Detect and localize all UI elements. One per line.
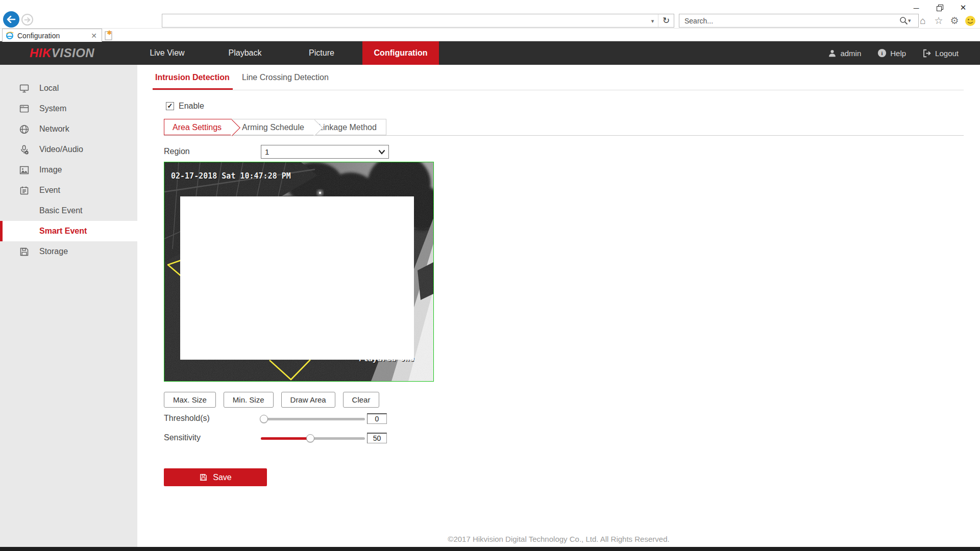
chrome-divider: [0, 28, 980, 29]
sidebar-label: Network: [39, 124, 69, 134]
forward-arrow-icon: [24, 17, 31, 22]
user-icon: [828, 49, 837, 58]
address-dropdown-caret[interactable]: ▾: [647, 14, 658, 27]
back-button[interactable]: [3, 11, 19, 28]
sidebar-label: Video/Audio: [39, 145, 83, 154]
address-input[interactable]: [162, 17, 647, 25]
tab-line-crossing-detection[interactable]: Line Crossing Detection: [242, 73, 329, 82]
min-size-button[interactable]: Min. Size: [224, 392, 274, 408]
hikvision-logo: HIKVISION: [30, 46, 94, 60]
sidebar-item-event[interactable]: Event: [0, 180, 137, 201]
sidebar-label: Image: [39, 165, 62, 174]
save-button[interactable]: Save: [164, 468, 267, 486]
svg-text:i: i: [881, 50, 883, 56]
sidebar: Local System Network Video/Audio Image E…: [0, 65, 137, 547]
close-button[interactable]: ✕: [951, 1, 975, 14]
sensitivity-slider-handle[interactable]: [306, 434, 314, 442]
header-user-area: admin i Help Logout: [828, 41, 959, 65]
bottom-strip: [0, 547, 980, 551]
nav-picture[interactable]: Picture: [288, 41, 355, 65]
search-icon[interactable]: [899, 16, 908, 25]
enable-label: Enable: [179, 102, 204, 111]
forward-button[interactable]: [21, 14, 33, 26]
new-tab-icon: ✱: [104, 30, 113, 41]
main-content: Intrusion Detection Line Crossing Detect…: [137, 65, 980, 547]
settings-gear-icon[interactable]: ⚙: [949, 15, 960, 27]
window-controls: ─ ✕: [904, 1, 975, 14]
tabs-divider: [153, 90, 964, 90]
microphone-icon: [19, 144, 30, 155]
sidebar-label: Smart Event: [39, 227, 87, 236]
refresh-icon[interactable]: ↻: [658, 14, 674, 28]
threshold-slider-handle[interactable]: [260, 415, 268, 423]
favorites-star-icon[interactable]: ☆: [933, 15, 944, 27]
area-buttons-row: Max. Size Min. Size Draw Area Clear: [164, 392, 379, 408]
chevron-down-icon: [378, 149, 385, 155]
app-header: HIKVISION Live View Playback Picture Con…: [0, 41, 980, 65]
restore-button[interactable]: [928, 1, 951, 14]
search-dropdown-caret[interactable]: ▾: [908, 17, 918, 24]
step-tab-area-settings[interactable]: Area Settings: [164, 119, 232, 135]
privacy-mask-rectangle: [180, 196, 414, 360]
home-icon[interactable]: ⌂: [917, 15, 928, 27]
tab-close-icon[interactable]: ✕: [89, 32, 99, 40]
copyright-footer: ©2017 Hikvision Digital Technology Co., …: [137, 535, 980, 543]
nav-playback[interactable]: Playback: [209, 41, 281, 65]
sidebar-item-smart-event[interactable]: Smart Event: [0, 221, 137, 241]
browser-tab-configuration[interactable]: Configuration ✕: [2, 29, 102, 42]
logo-hik: HIK: [30, 46, 52, 60]
address-bar: ▾ ↻: [162, 14, 674, 28]
sidebar-item-system[interactable]: System: [0, 98, 137, 119]
sidebar-label: Storage: [39, 247, 68, 256]
timestamp-osd: 02-17-2018 Sat 10:47:28 PM: [171, 171, 291, 181]
feedback-smiley-icon[interactable]: [965, 15, 976, 27]
sensitivity-slider-fill: [261, 437, 310, 440]
help-label: Help: [890, 49, 906, 58]
region-select[interactable]: 1: [261, 145, 389, 159]
search-input[interactable]: [679, 17, 899, 25]
sensitivity-slider-track[interactable]: [261, 437, 365, 440]
window-icon: [19, 104, 30, 114]
sidebar-item-local[interactable]: Local: [0, 78, 137, 98]
draw-area-button[interactable]: Draw Area: [281, 392, 335, 408]
nav-configuration[interactable]: Configuration: [362, 41, 439, 65]
search-box: ▾: [679, 14, 919, 28]
sensitivity-value-input[interactable]: 50: [367, 433, 387, 443]
browser-chrome: ─ ✕ ▾ ↻ ▾ ⌂ ☆ ⚙: [0, 0, 980, 41]
globe-icon: [19, 124, 30, 135]
sidebar-item-basic-event[interactable]: Basic Event: [0, 201, 137, 221]
nav-live-view[interactable]: Live View: [133, 41, 202, 65]
monitor-icon: [19, 83, 30, 94]
save-floppy-icon: [199, 473, 208, 482]
sidebar-item-image[interactable]: Image: [0, 160, 137, 180]
clear-button[interactable]: Clear: [343, 392, 380, 408]
logout-button[interactable]: Logout: [922, 49, 959, 58]
active-tab-underline: [153, 88, 233, 90]
chrome-action-icons: ⌂ ☆ ⚙: [917, 15, 976, 27]
info-icon: i: [877, 48, 887, 58]
enable-checkbox[interactable]: ✓: [166, 102, 174, 110]
sidebar-item-storage[interactable]: Storage: [0, 241, 137, 262]
svg-text:✱: ✱: [107, 30, 111, 36]
new-tab-button[interactable]: ✱: [104, 30, 114, 41]
help-button[interactable]: i Help: [877, 48, 906, 58]
video-preview[interactable]: Playarea One 02-17-2018 Sat 10:47:28 PM: [164, 162, 434, 382]
threshold-value-input[interactable]: 0: [367, 413, 387, 424]
tab-title: Configuration: [17, 32, 89, 40]
tab-intrusion-detection[interactable]: Intrusion Detection: [155, 73, 230, 82]
minimize-button[interactable]: ─: [904, 1, 928, 14]
notepad-icon: [19, 185, 30, 196]
sidebar-label: Local: [39, 84, 59, 93]
floppy-icon: [19, 246, 30, 257]
max-size-button[interactable]: Max. Size: [164, 392, 216, 408]
logo-vision: VISION: [52, 46, 94, 60]
threshold-slider-track[interactable]: [261, 418, 365, 420]
back-arrow-icon: [7, 16, 16, 23]
user-menu[interactable]: admin: [828, 49, 861, 58]
sensitivity-label: Sensitivity: [164, 433, 201, 442]
sidebar-item-video-audio[interactable]: Video/Audio: [0, 139, 137, 160]
enable-row: ✓ Enable: [166, 102, 204, 111]
sidebar-item-network[interactable]: Network: [0, 119, 137, 139]
restore-icon: [937, 5, 943, 11]
image-icon: [19, 165, 30, 176]
